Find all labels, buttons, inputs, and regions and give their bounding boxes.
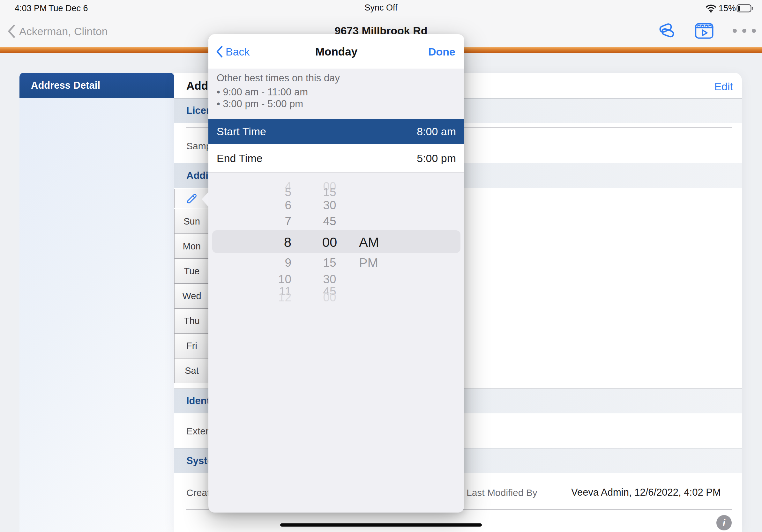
selected-minute: 00 — [298, 233, 361, 252]
info-icon[interactable]: i — [717, 515, 732, 530]
edit-button[interactable]: Edit — [714, 80, 733, 93]
time-picker: 4 5 6 7 8 9 10 11 12 00 15 30 45 00 15 3… — [208, 174, 464, 308]
battery-icon — [736, 4, 754, 13]
start-time-value: 8:00 am — [417, 119, 456, 144]
screen: 4:03 PM Tue Dec 6 Sync Off 15% Ackerman,… — [0, 0, 762, 532]
selected-hour: 8 — [218, 233, 291, 252]
popover-arrow — [202, 192, 208, 207]
day-button-thu[interactable]: Thu — [174, 308, 209, 333]
end-time-row[interactable]: End Time 5:00 pm — [208, 144, 464, 172]
minute-wheel[interactable]: 00 15 30 45 00 15 30 45 00 — [298, 174, 361, 308]
selected-period: AM — [359, 233, 429, 252]
best-times-popover: Back Monday Done Other best times on thi… — [208, 34, 464, 512]
handshake-icon[interactable] — [656, 22, 677, 39]
best-time-item: • 3:00 pm - 5:00 pm — [217, 98, 303, 110]
battery-percent: 15% — [719, 3, 736, 13]
done-button[interactable]: Done — [428, 45, 455, 59]
sidebar — [20, 73, 174, 532]
home-indicator[interactable] — [280, 523, 482, 527]
media-icon[interactable] — [695, 23, 714, 39]
ellipsis-icon[interactable] — [733, 29, 756, 33]
field-label-external: Exterr — [187, 426, 212, 437]
sync-status: Sync Off — [0, 3, 762, 13]
field-value-last-modified: Veeva Admin, 12/6/2022, 4:02 PM — [571, 487, 721, 498]
field-label-last-modified: Last Modified By — [467, 487, 537, 499]
day-button-sun[interactable]: Sun — [174, 209, 209, 234]
sidebar-tab-address-detail[interactable]: Address Detail — [20, 73, 174, 98]
period-wheel[interactable]: AM PM — [355, 174, 425, 308]
day-button-wed[interactable]: Wed — [174, 284, 209, 308]
pencil-icon — [186, 193, 197, 204]
start-time-row[interactable]: Start Time 8:00 am — [208, 119, 464, 144]
best-times-heading: Other best times on this day — [217, 72, 340, 85]
wifi-icon — [706, 4, 716, 13]
best-time-item: • 9:00 am - 11:00 am — [217, 86, 308, 99]
day-button-mon[interactable]: Mon — [174, 234, 209, 259]
day-button-fri[interactable]: Fri — [174, 333, 209, 358]
popover-title: Monday — [208, 45, 464, 59]
popover-header: Back Monday Done — [208, 34, 464, 69]
day-button-sat[interactable]: Sat — [174, 358, 209, 383]
day-button-tue[interactable]: Tue — [174, 259, 209, 284]
content-heading: Add — [187, 79, 208, 93]
hour-wheel[interactable]: 4 5 6 7 8 9 10 11 12 — [218, 174, 291, 308]
end-time-value: 5:00 pm — [417, 144, 456, 172]
